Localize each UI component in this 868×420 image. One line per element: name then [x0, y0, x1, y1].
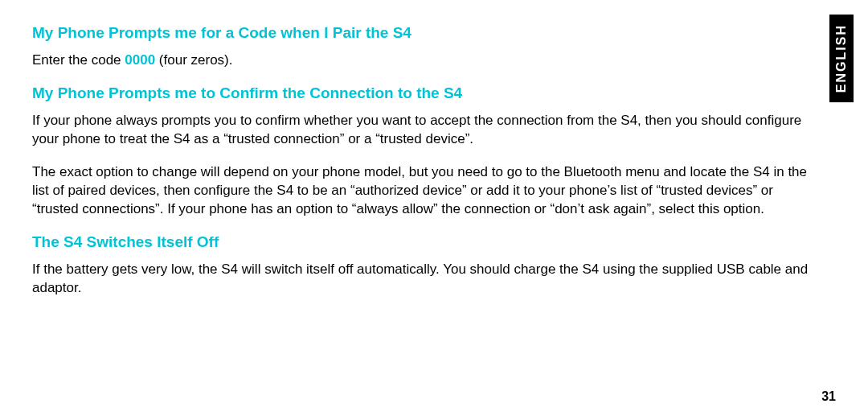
text-fragment: Enter the code [32, 52, 125, 68]
manual-page-content: My Phone Prompts me for a Code when I Pa… [32, 24, 820, 298]
body-text: If the battery gets very low, the S4 wil… [32, 261, 820, 298]
code-highlight: 0000 [125, 52, 155, 68]
language-tab: ENGLISH [829, 14, 854, 102]
section-heading-pair-code: My Phone Prompts me for a Code when I Pa… [32, 24, 820, 42]
body-text: If your phone always prompts you to conf… [32, 112, 820, 149]
body-text: The exact option to change will depend o… [32, 163, 820, 219]
section-heading-switches-off: The S4 Switches Itself Off [32, 233, 820, 251]
text-fragment: (four zeros). [155, 52, 232, 68]
body-text: Enter the code 0000 (four zeros). [32, 51, 820, 70]
page-number: 31 [821, 389, 836, 404]
section-heading-confirm-connection: My Phone Prompts me to Confirm the Conne… [32, 84, 820, 102]
